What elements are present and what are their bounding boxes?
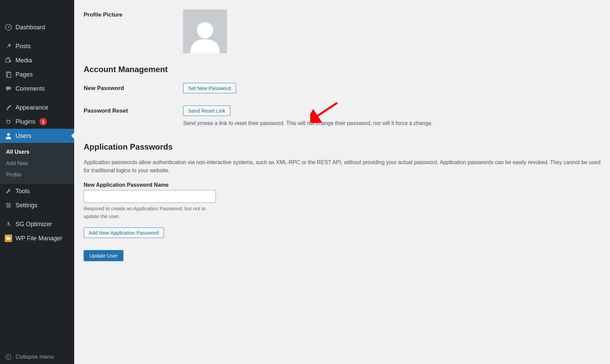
sidebar-item-appearance[interactable]: Appearance bbox=[0, 100, 74, 115]
app-passwords-intro: Application passwords allow authenticati… bbox=[84, 158, 601, 175]
submenu-item-all-users[interactable]: All Users bbox=[0, 146, 74, 158]
new-password-label: New Password bbox=[84, 83, 183, 92]
media-icon bbox=[5, 57, 12, 64]
svg-point-3 bbox=[9, 60, 11, 62]
account-management-heading: Account Management bbox=[84, 65, 601, 74]
menu-label: Media bbox=[16, 57, 32, 64]
sidebar-item-users[interactable]: Users bbox=[0, 129, 74, 143]
svg-point-7 bbox=[7, 133, 10, 136]
new-app-pw-name-label: New Application Password Name bbox=[84, 182, 601, 188]
comments-icon bbox=[5, 85, 12, 92]
password-reset-label: Password Reset bbox=[84, 105, 183, 114]
svg-rect-10 bbox=[7, 206, 8, 208]
rocket-icon bbox=[5, 220, 12, 228]
sidebar-item-pages[interactable]: Pages bbox=[0, 67, 74, 82]
svg-point-11 bbox=[6, 354, 11, 360]
collapse-menu[interactable]: Collapse menu bbox=[0, 350, 74, 364]
update-count-badge: 1 bbox=[39, 118, 47, 125]
plug-icon bbox=[5, 118, 12, 125]
menu-label: Appearance bbox=[16, 104, 48, 111]
menu-label: Comments bbox=[16, 85, 45, 92]
menu-label: Dashboard bbox=[16, 24, 45, 31]
sliders-icon bbox=[5, 202, 12, 209]
submenu-item-profile[interactable]: Profile bbox=[0, 169, 74, 181]
svg-rect-8 bbox=[7, 203, 8, 204]
svg-rect-5 bbox=[7, 73, 11, 78]
application-passwords-heading: Application Passwords bbox=[84, 142, 601, 152]
svg-rect-9 bbox=[9, 205, 10, 206]
avatar bbox=[183, 9, 227, 53]
wrench-icon bbox=[5, 187, 12, 195]
svg-point-12 bbox=[197, 22, 213, 38]
pin-icon bbox=[5, 42, 12, 50]
menu-label: SG Optimizer bbox=[16, 221, 52, 228]
submenu-item-add-new[interactable]: Add New bbox=[0, 158, 74, 169]
sidebar-item-media[interactable]: Media bbox=[0, 53, 74, 67]
menu-label: Plugins bbox=[16, 118, 35, 125]
send-reset-link-button[interactable]: Send Reset Link bbox=[183, 105, 230, 116]
update-user-button[interactable]: Update User bbox=[84, 250, 123, 261]
collapse-label: Collapse menu bbox=[16, 354, 54, 360]
brush-icon bbox=[5, 104, 12, 111]
sidebar-item-plugins[interactable]: Plugins 1 bbox=[0, 115, 74, 129]
main-content: Profile Picture Account Management New P… bbox=[74, 0, 610, 364]
menu-label: Tools bbox=[16, 188, 30, 195]
svg-rect-6 bbox=[6, 109, 8, 110]
app-pw-help-text: Required to create an Application Passwo… bbox=[84, 205, 219, 220]
profile-picture-label: Profile Picture bbox=[84, 9, 183, 18]
new-app-pw-name-input[interactable] bbox=[84, 190, 216, 203]
svg-point-1 bbox=[8, 27, 9, 28]
sidebar-item-settings[interactable]: Settings bbox=[0, 198, 74, 212]
pages-icon bbox=[5, 71, 12, 78]
menu-label: Pages bbox=[16, 71, 33, 78]
admin-sidebar: Dashboard Posts Media Pages Comments App… bbox=[0, 0, 74, 364]
menu-label: WP File Manager bbox=[16, 235, 62, 242]
svg-rect-2 bbox=[6, 59, 9, 62]
folder-icon bbox=[5, 235, 12, 242]
reset-description: Send ymese a link to reset their passwor… bbox=[183, 119, 601, 127]
sidebar-item-comments[interactable]: Comments bbox=[0, 82, 74, 96]
menu-label: Users bbox=[16, 132, 31, 140]
users-submenu: All Users Add New Profile bbox=[0, 143, 74, 184]
sidebar-item-posts[interactable]: Posts bbox=[0, 39, 74, 53]
sidebar-item-sg-optimizer[interactable]: SG Optimizer bbox=[0, 217, 74, 231]
sidebar-item-dashboard[interactable]: Dashboard bbox=[0, 20, 74, 34]
add-application-password-button[interactable]: Add New Application Password bbox=[84, 228, 164, 238]
menu-label: Settings bbox=[16, 202, 37, 209]
set-new-password-button[interactable]: Set New Password bbox=[183, 83, 236, 93]
sidebar-item-tools[interactable]: Tools bbox=[0, 184, 74, 198]
dashboard-icon bbox=[5, 24, 12, 31]
menu-label: Posts bbox=[16, 43, 31, 50]
person-icon bbox=[5, 132, 12, 140]
sidebar-item-wp-file-manager[interactable]: WP File Manager bbox=[0, 231, 74, 245]
collapse-icon bbox=[5, 353, 12, 361]
